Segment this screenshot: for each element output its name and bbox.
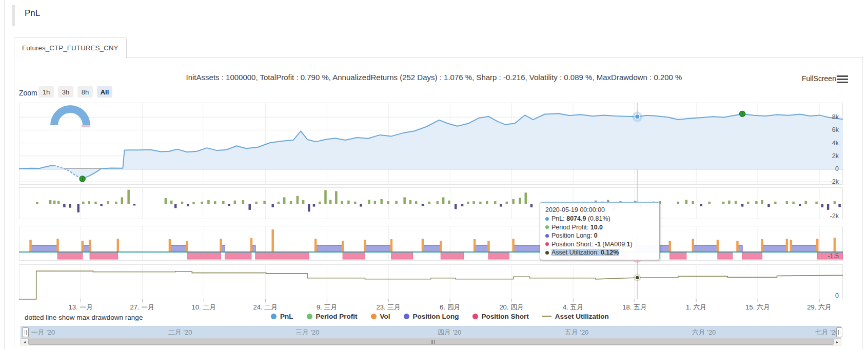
profit-bar	[422, 204, 424, 206]
navigator-month-label: 二月 '20	[168, 328, 192, 337]
vol-spike	[790, 240, 793, 252]
profit-bar	[805, 201, 807, 204]
pnl-chart[interactable]: 8k6k4k2k0-2k-2k-1.50PnLProfitVol/Positio…	[19, 103, 843, 313]
profit-bar	[53, 201, 56, 204]
profit-bar	[308, 204, 310, 211]
legend-item-position-long[interactable]: Position Long	[404, 313, 459, 320]
x-axis-label: 6. 四月	[440, 303, 460, 311]
vol-spike	[342, 241, 344, 252]
legend-item-period-profit[interactable]: Period Profit	[307, 313, 358, 320]
menu-icon[interactable]	[837, 75, 848, 83]
zoom-button-all[interactable]: All	[97, 86, 112, 98]
x-axis-label: 4. 五月	[563, 303, 583, 311]
pnl-hover-point	[635, 114, 640, 120]
tab-futures-ctp[interactable]: Futures_CTP_FUTURES_CNY	[14, 37, 127, 58]
position-short-bar	[343, 252, 365, 259]
legend-dot-icon	[404, 314, 409, 319]
profit-bar	[36, 202, 38, 204]
position-long-bar	[423, 245, 441, 252]
navigator-month-label: 四月 '20	[438, 328, 462, 337]
profit-bar	[428, 202, 431, 204]
vol-spike	[669, 241, 672, 252]
scroll-right-arrow[interactable]: ▸	[834, 339, 841, 345]
profit-bar	[728, 201, 731, 204]
vol-spike	[117, 239, 120, 252]
zoom-button-3h[interactable]: 3h	[58, 86, 73, 98]
profit-bar	[313, 204, 315, 207]
profit-bar	[530, 204, 533, 207]
profit-bar	[360, 204, 362, 207]
profit-bar	[107, 201, 109, 204]
tooltip-row: Position Long: 0	[545, 232, 654, 239]
profit-bar	[347, 201, 350, 204]
legend-dot-icon	[307, 314, 312, 319]
profit-bar	[500, 204, 502, 207]
navigator-month-label: 七月 '20	[815, 328, 839, 337]
profit-bar	[387, 201, 389, 204]
navigator-left-handle[interactable]	[23, 327, 29, 337]
profit-bar	[82, 202, 85, 204]
legend-item-vol[interactable]: Vol	[371, 313, 390, 320]
range-navigator[interactable]: 一月 '20二月 '20三月 '20四月 '20五月 '20六月 '20七月 '…	[21, 326, 841, 338]
zoom-button-1h[interactable]: 1h	[38, 86, 54, 98]
profit-bar	[94, 202, 97, 204]
position-short-bar	[391, 252, 413, 259]
position-short-bar	[255, 252, 309, 259]
legend-item-asset-utilization[interactable]: Asset Utilization	[542, 313, 609, 320]
tooltip-bullet-icon	[545, 234, 549, 238]
profit-bar	[409, 200, 412, 204]
profit-bar	[335, 191, 338, 204]
legend-item-position-short[interactable]: Position Short	[472, 313, 529, 320]
profit-bar	[677, 202, 680, 204]
profit-bar	[506, 202, 508, 204]
title-accent-bar	[12, 5, 15, 26]
profit-bar	[324, 190, 327, 204]
vol-spike	[786, 239, 788, 252]
profit-bar	[479, 202, 482, 204]
position-short-bar	[90, 252, 118, 259]
scroll-left-arrow[interactable]: ◂	[21, 339, 28, 345]
profit-bar	[248, 204, 251, 210]
y-axis-label: 0	[835, 165, 839, 172]
legend-label: Position Long	[413, 313, 459, 320]
vol-spike	[512, 239, 515, 252]
tooltip-bullet-icon	[545, 251, 549, 255]
profit-bar	[415, 201, 418, 204]
profit-bar	[815, 202, 818, 204]
tooltip-row: Period Profit: 10.0	[545, 224, 654, 231]
legend-item-pnl[interactable]: PnL	[271, 313, 293, 320]
vol-spike	[761, 239, 763, 252]
profit-bar	[278, 202, 280, 204]
utilization-hover-point	[635, 276, 639, 280]
vol-spike	[474, 239, 476, 252]
tab-label: Futures_CTP_FUTURES_CNY	[22, 44, 119, 52]
navigator-month-label: 六月 '20	[692, 328, 716, 337]
profit-bar	[442, 197, 445, 204]
legend-line-icon	[542, 316, 551, 317]
tooltip-row: Asset Utilization: 0.12%	[545, 249, 654, 256]
profit-bar	[838, 204, 841, 207]
position-short-bar	[225, 252, 251, 259]
profit-bar	[692, 201, 695, 204]
profit-bar	[115, 202, 117, 204]
scrollbar-thumb[interactable]	[28, 339, 834, 345]
logo-arc	[50, 105, 90, 125]
profit-bar	[380, 199, 383, 204]
vol-spike	[692, 239, 695, 252]
profit-bar	[214, 201, 216, 204]
fullscreen-button[interactable]: FullScreen	[802, 74, 836, 83]
profit-bar	[187, 204, 189, 206]
profit-bar	[722, 202, 725, 204]
position-long-bar	[475, 245, 488, 252]
zoom-button-8h[interactable]: 8h	[77, 86, 93, 98]
navigator-right-handle[interactable]	[836, 327, 842, 337]
scrollbar-grip	[431, 340, 435, 344]
y-axis-label: 6k	[832, 126, 839, 133]
profit-bar	[271, 204, 274, 207]
x-axis-label: 1. 六月	[686, 303, 706, 311]
chart-scrollbar[interactable]: ◂ ▸	[21, 338, 841, 345]
profit-bar	[329, 200, 332, 204]
x-axis-label: 20. 四月	[499, 303, 524, 311]
position-short-bar	[670, 252, 686, 259]
drawdown-note: dotted line show max drawdown range	[25, 314, 143, 321]
